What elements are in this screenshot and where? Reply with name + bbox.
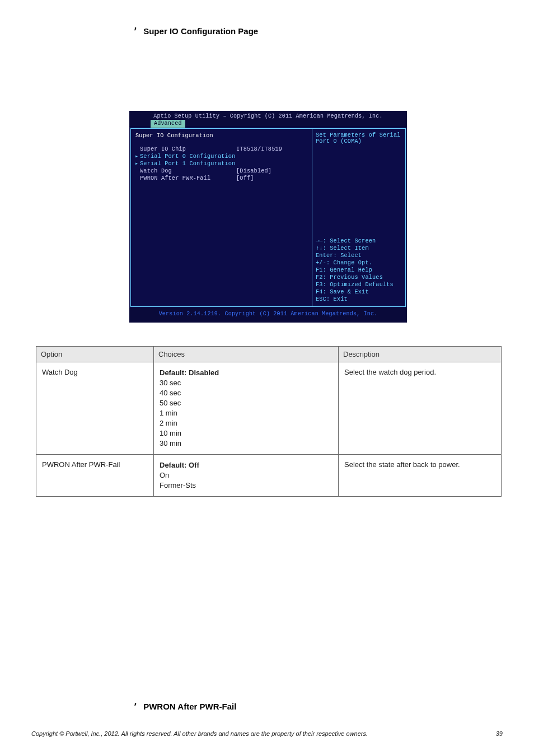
- bios-help-description: Set Parameters of Serial Port 0 (COMA): [316, 132, 402, 144]
- choice: 1 min: [160, 408, 332, 418]
- bios-item-value: IT8518/IT8519: [236, 146, 282, 153]
- bios-item-label: Super IO Chip: [135, 146, 236, 153]
- bios-left-panel: Super IO Configuration Super IO ChipIT85…: [130, 128, 312, 307]
- bios-footer: Version 2.14.1219. Copyright (C) 2011 Am…: [129, 308, 407, 320]
- tab-advanced[interactable]: Advanced: [151, 120, 185, 128]
- cell-description: Select the watch dog period.: [339, 362, 502, 455]
- choice-default: Default: Disabled: [160, 368, 219, 377]
- choice-default: Default: Off: [160, 461, 199, 469]
- cell-option: Watch Dog: [36, 362, 154, 455]
- bios-key-line: ↑↓: Select Item: [316, 245, 402, 252]
- bios-body: Super IO Configuration Super IO ChipIT85…: [129, 127, 407, 308]
- bios-key-line: F1: General Help: [316, 267, 402, 274]
- bios-section-title: Super IO Configuration: [135, 132, 236, 139]
- col-description: Description: [339, 347, 502, 362]
- bios-title: Aptio Setup Utility – Copyright (C) 2011…: [129, 112, 407, 119]
- copyright-text: Copyright © Portwell, Inc., 2012. All ri…: [31, 730, 368, 737]
- bios-item-pwron-label[interactable]: PWRON After PWR-Fail: [135, 175, 236, 182]
- options-table: Option Choices Description Watch Dog Def…: [36, 346, 502, 497]
- choice: 10 min: [160, 428, 332, 438]
- bios-header: Aptio Setup Utility – Copyright (C) 2011…: [129, 111, 407, 127]
- submenu-arrow-icon: ▸: [135, 153, 138, 160]
- section-heading-top: Super IO Configuration Page: [143, 26, 258, 36]
- bios-right-panel: Set Parameters of Serial Port 0 (COMA) →…: [312, 128, 406, 307]
- bullet-icon: ’: [133, 26, 138, 36]
- bios-item-watchdog-label[interactable]: Watch Dog: [135, 167, 236, 175]
- choice: 50 sec: [160, 398, 332, 408]
- page-number: 39: [496, 730, 503, 737]
- col-option: Option: [36, 347, 154, 362]
- choice: 30 min: [160, 438, 332, 449]
- cell-description: Select the state after back to power.: [339, 455, 502, 497]
- cell-option: PWRON After PWR-Fail: [36, 455, 154, 497]
- bios-key-line: F3: Optimized Defaults: [316, 281, 402, 288]
- col-choices: Choices: [154, 347, 339, 362]
- bios-submenu-serial0[interactable]: Serial Port 0 Configuration: [135, 153, 236, 160]
- bullet-icon: ’: [133, 702, 138, 712]
- bios-key-line: ESC: Exit: [316, 296, 402, 303]
- cell-choices: Default: Disabled 30 sec 40 sec 50 sec 1…: [154, 362, 339, 455]
- bios-key-line: F2: Previous Values: [316, 274, 402, 281]
- choice: 40 sec: [160, 388, 332, 398]
- bios-key-line: F4: Save & Exit: [316, 288, 402, 296]
- table-header-row: Option Choices Description: [36, 347, 502, 362]
- choice: 30 sec: [160, 378, 332, 388]
- bios-item-pwron-value[interactable]: [Off]: [236, 175, 254, 182]
- bios-key-help: →←: Select Screen ↑↓: Select Item Enter:…: [316, 237, 402, 303]
- section-heading-bottom: PWRON After PWR-Fail: [143, 702, 236, 711]
- bios-key-line: Enter: Select: [316, 252, 402, 259]
- table-row: PWRON After PWR-Fail Default: Off On For…: [36, 455, 502, 497]
- bios-key-line: →←: Select Screen: [316, 237, 402, 245]
- bios-submenu-serial1[interactable]: Serial Port 1 Configuration: [135, 160, 236, 167]
- choice: Former-Sts: [160, 480, 332, 491]
- cell-choices: Default: Off On Former-Sts: [154, 455, 339, 497]
- bios-key-line: +/-: Change Opt.: [316, 259, 402, 267]
- page-footer: Copyright © Portwell, Inc., 2012. All ri…: [31, 730, 503, 737]
- table-row: Watch Dog Default: Disabled 30 sec 40 se…: [36, 362, 502, 455]
- bios-item-watchdog-value[interactable]: [Disabled]: [236, 167, 271, 175]
- bios-screenshot: Aptio Setup Utility – Copyright (C) 2011…: [129, 111, 407, 323]
- choice: On: [160, 470, 332, 480]
- choice: 2 min: [160, 418, 332, 428]
- submenu-arrow-icon: ▸: [135, 160, 138, 167]
